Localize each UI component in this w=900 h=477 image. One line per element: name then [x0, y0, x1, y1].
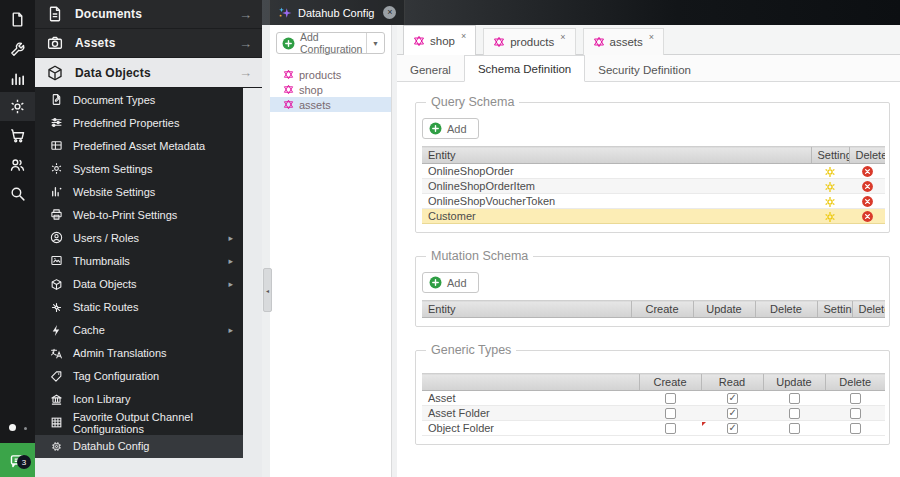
table-row[interactable]: OnlineShopOrder — [422, 164, 885, 179]
checkbox-update[interactable] — [789, 393, 800, 404]
column-header-delete[interactable]: Delete — [825, 374, 885, 391]
column-header-entity[interactable]: Entity — [422, 301, 631, 318]
rail-item-ecommerce[interactable] — [0, 121, 35, 150]
settings-gear-icon[interactable] — [824, 181, 836, 193]
table-row[interactable]: OnlineShopOrderItem — [422, 179, 885, 194]
sidebar-item-assets[interactable]: Assets → — [35, 29, 262, 58]
menu-item-datahub-config[interactable]: Datahub Config — [35, 435, 243, 458]
menu-item-web-to-print-settings[interactable]: Web-to-Print Settings — [35, 203, 243, 226]
menu-item-admin-translations[interactable]: Admin Translations — [35, 342, 243, 365]
close-icon[interactable]: × — [383, 6, 396, 19]
menu-item-data-objects[interactable]: Data Objects ▸ — [35, 273, 243, 296]
menu-item-label: Predefined Properties — [73, 117, 179, 129]
sidebar-item-label: Data Objects — [75, 66, 151, 80]
tab-security-definition[interactable]: Security Definition — [585, 58, 704, 82]
menu-item-predefined-asset-metadata[interactable]: Predefined Asset Metadata — [35, 134, 243, 157]
generic-types-legend: Generic Types — [426, 343, 516, 357]
checkbox-create[interactable] — [665, 408, 676, 419]
menu-item-label: Datahub Config — [73, 440, 149, 452]
menu-item-cache[interactable]: Cache ▸ — [35, 319, 243, 342]
menu-item-label: Data Objects — [73, 278, 137, 290]
column-header-create[interactable]: Create — [631, 301, 693, 318]
checkbox-create[interactable] — [665, 423, 676, 434]
menu-item-document-types[interactable]: Document Types — [35, 88, 243, 111]
column-header-delete[interactable]: Delete — [755, 301, 817, 318]
chat-button[interactable]: 3 — [0, 443, 35, 477]
datahub-sparkle-icon — [278, 6, 292, 20]
settings-gear-icon[interactable] — [824, 166, 836, 178]
settings-gear-icon[interactable] — [824, 211, 836, 223]
window-tab-datahub-config[interactable]: Datahub Config × — [269, 0, 405, 25]
column-header-read[interactable]: Read — [701, 374, 763, 391]
graphql-icon — [593, 36, 605, 48]
menu-item-label: Static Routes — [73, 301, 138, 313]
rail-item-tools[interactable] — [0, 35, 35, 64]
tab-label: products — [510, 36, 554, 48]
rail-item-statistics[interactable] — [0, 64, 35, 93]
query-schema-add-button[interactable]: Add — [422, 118, 479, 139]
tab-products[interactable]: products × — [483, 28, 575, 55]
column-header-update[interactable]: Update — [693, 301, 755, 318]
delete-icon[interactable] — [861, 210, 874, 223]
rail-item-documents[interactable] — [0, 5, 35, 34]
checkbox-delete[interactable] — [850, 408, 861, 419]
delete-icon[interactable] — [861, 165, 874, 178]
column-header-create[interactable]: Create — [639, 374, 701, 391]
routes-icon — [50, 301, 63, 314]
definition-tab-strip: General Schema Definition Security Defin… — [397, 55, 900, 82]
checkbox-read[interactable] — [727, 423, 738, 434]
column-header-settings[interactable]: Settings — [811, 147, 849, 164]
close-icon[interactable]: × — [461, 31, 466, 41]
status-dots[interactable] — [9, 424, 33, 432]
tab-schema-definition[interactable]: Schema Definition — [464, 55, 585, 82]
sidebar-item-label: Documents — [75, 7, 142, 21]
tab-assets[interactable]: assets × — [583, 28, 665, 55]
tab-shop[interactable]: shop × — [403, 25, 476, 55]
checkbox-read[interactable] — [727, 393, 738, 404]
tree-item-shop[interactable]: shop — [270, 82, 391, 97]
table-row[interactable]: OnlineShopVoucherToken — [422, 194, 885, 209]
collapse-handle[interactable]: ◂ — [263, 268, 272, 312]
entity-cell: Customer — [422, 209, 811, 224]
menu-item-thumbnails[interactable]: Thumbnails ▸ — [35, 249, 243, 272]
chevron-down-icon[interactable]: ▼ — [366, 33, 384, 53]
rail-item-customers[interactable] — [0, 150, 35, 179]
mutation-schema-add-button[interactable]: Add — [422, 272, 479, 293]
checkbox-read[interactable] — [727, 408, 738, 419]
menu-item-label: Tag Configuration — [73, 370, 159, 382]
delete-icon[interactable] — [861, 180, 874, 193]
close-icon[interactable]: × — [560, 32, 565, 42]
settings-gear-icon[interactable] — [824, 196, 836, 208]
column-header-settings[interactable]: Settings — [817, 301, 852, 318]
rail-item-settings[interactable] — [0, 92, 35, 121]
mutation-schema-legend: Mutation Schema — [426, 249, 533, 263]
tab-general[interactable]: General — [397, 58, 464, 82]
column-header-delete[interactable]: Delete — [852, 301, 885, 318]
checkbox-update[interactable] — [789, 408, 800, 419]
checkbox-delete[interactable] — [850, 423, 861, 434]
rail-item-search[interactable] — [0, 179, 35, 208]
translate-icon — [50, 347, 63, 360]
sidebar-item-data-objects[interactable]: Data Objects → — [35, 58, 262, 88]
table-row-highlighted[interactable]: Customer — [422, 209, 885, 224]
menu-item-static-routes[interactable]: Static Routes — [35, 296, 243, 319]
tree-item-products[interactable]: products — [270, 67, 391, 82]
add-configuration-button[interactable]: Add Configuration ▼ — [276, 32, 385, 54]
menu-item-favorite-output-channel-configurations[interactable]: Favorite Output Channel Configurations — [35, 411, 243, 435]
menu-item-icon-library[interactable]: Icon Library — [35, 388, 243, 411]
column-header-update[interactable]: Update — [763, 374, 825, 391]
menu-item-website-settings[interactable]: Website Settings — [35, 180, 243, 203]
column-header-delete[interactable]: Delete — [849, 147, 885, 164]
close-icon[interactable]: × — [649, 32, 654, 42]
delete-icon[interactable] — [861, 195, 874, 208]
checkbox-update[interactable] — [789, 423, 800, 434]
menu-item-tag-configuration[interactable]: Tag Configuration — [35, 365, 243, 388]
menu-item-users-roles[interactable]: Users / Roles ▸ — [35, 226, 243, 249]
tree-item-assets[interactable]: assets — [270, 97, 391, 112]
column-header-entity[interactable]: Entity — [422, 147, 811, 164]
checkbox-delete[interactable] — [850, 393, 861, 404]
sidebar-item-documents[interactable]: Documents → — [35, 0, 262, 29]
menu-item-predefined-properties[interactable]: Predefined Properties — [35, 111, 243, 134]
menu-item-system-settings[interactable]: System Settings — [35, 157, 243, 180]
checkbox-create[interactable] — [665, 393, 676, 404]
